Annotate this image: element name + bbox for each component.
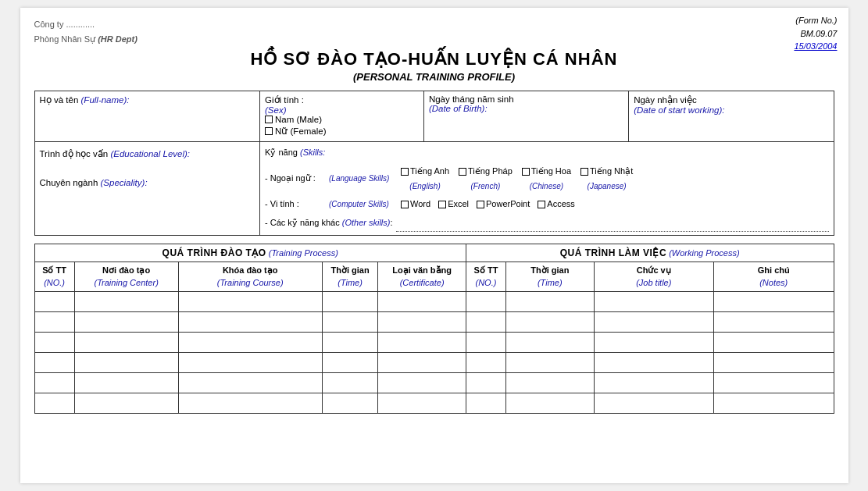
form-number-block: (Form No.) BM.09.07 15/03/2004 — [794, 14, 837, 53]
dob-cell: Ngày tháng năm sinh (Date of Birth): — [423, 91, 628, 142]
lang-japanese-cb[interactable] — [580, 168, 588, 176]
form-no-label: (Form No.) — [795, 16, 837, 25]
page: (Form No.) BM.09.07 15/03/2004 Công ty .… — [20, 8, 848, 483]
lang-options: Tiếng Anh (English) Tiếng Pháp ( — [401, 164, 633, 194]
header-center: HỒ SƠ ĐÀO TẠO-HUẤN LUYỆN CÁ NHÂN (PERSON… — [34, 49, 834, 83]
training-col-time: Thời gian (Time) — [322, 262, 378, 292]
sex-options: Nam (Male) — [265, 115, 419, 124]
lang-label-en: (Language Skills) — [329, 172, 399, 186]
other-skills-row: - Các kỹ năng khác (Other skills): — [265, 215, 828, 232]
company-block: Công ty ............ Phòng Nhân Sự (HR D… — [34, 17, 138, 46]
working-col-notes: Ghi chú (Notes) — [713, 262, 834, 292]
working-title: QUÁ TRÌNH LÀM VIỆC — [560, 247, 666, 258]
form-no-value: BM.09.07 — [800, 29, 837, 38]
training-title-en: (Training Process) — [269, 248, 338, 258]
edu-speciality-cell: Trình độ học vấn (Educational Level): Ch… — [34, 142, 260, 235]
training-col-center: Nơi đào tạo (Training Center) — [74, 262, 178, 292]
working-title-en: (Working Process) — [669, 248, 739, 258]
fullname-label: Họ và tên — [40, 95, 79, 105]
working-col-no: Số TT (NO.) — [466, 262, 505, 292]
other-label-en: (Other skills) — [342, 218, 391, 227]
working-col-title: Chức vụ (Job title) — [594, 262, 713, 292]
table-row — [34, 292, 834, 312]
sex-label-row: Giới tính : (Sex) — [265, 94, 419, 115]
sex-label-en: (Sex) — [265, 105, 286, 115]
start-date-cell: Ngày nhận việc (Date of start working): — [629, 91, 834, 142]
edu-label-row: Trình độ học vấn (Educational Level): — [40, 148, 255, 159]
computer-powerpoint: PowerPoint — [477, 197, 530, 212]
lang-english-cb[interactable] — [401, 168, 409, 176]
sex-female-option: Nữ (Female) — [265, 126, 327, 137]
lang-chinese-en: (Chinese) — [530, 180, 563, 194]
sub-title: (PERSONAL TRAINING PROFILE) — [34, 71, 834, 83]
company-label: Công ty ............ — [34, 17, 138, 32]
process-header-table: QUÁ TRÌNH ĐÀO TẠO (Training Process) QUÁ… — [34, 244, 834, 415]
speciality-label-row: Chuyên ngành (Speciality): — [40, 178, 255, 187]
other-label: - Các kỹ năng khác (Other skills): — [265, 215, 393, 231]
dept-label: Phòng Nhân Sự (HR Dept) — [34, 32, 138, 47]
skills-content: Kỹ năng (Skills: - Ngoại ngữ : (Language… — [265, 145, 828, 231]
computer-pp-cb[interactable] — [477, 201, 484, 208]
sex-cell: Giới tính : (Sex) Nam (Male) Nữ (Female) — [260, 91, 424, 142]
computer-excel: Excel — [438, 197, 469, 212]
computer-options: Word Excel PowerPoint — [401, 197, 575, 212]
working-section-header: QUÁ TRÌNH LÀM VIỆC (Working Process) — [466, 244, 834, 262]
dob-label: Ngày tháng năm sinh (Date of Birth): — [429, 94, 623, 113]
lang-japanese-block: Tiếng Nhật (Japanese) — [580, 164, 633, 194]
sex-female-checkbox[interactable] — [265, 127, 273, 135]
working-col-time: Thời gian (Time) — [506, 262, 595, 292]
computer-word-cb[interactable] — [401, 201, 409, 208]
form-date: 15/03/2004 — [794, 41, 837, 51]
training-section-header: QUÁ TRÌNH ĐÀO TẠO (Training Process) — [34, 244, 466, 262]
lang-french-cb[interactable] — [459, 168, 466, 176]
lang-english-name: Tiếng Anh — [410, 164, 449, 180]
computer-access: Access — [538, 197, 574, 212]
computer-label: - Vi tính : — [265, 197, 327, 212]
other-skills-dotted — [396, 215, 829, 232]
sex-female-row: Nữ (Female) — [265, 126, 419, 137]
start-date-label: Ngày nhận việc (Date of start working): — [634, 94, 828, 115]
lang-french-en: (French) — [471, 180, 501, 194]
sex-label: Giới tính : — [265, 95, 304, 105]
training-col-no: Số TT (NO.) — [34, 262, 74, 292]
computer-access-cb[interactable] — [538, 201, 545, 208]
computer-label-en: (Computer Skills) — [329, 197, 399, 212]
lang-french-name: Tiếng Pháp — [468, 164, 513, 180]
main-title: HỒ SƠ ĐÀO TẠO-HUẤN LUYỆN CÁ NHÂN — [34, 49, 834, 69]
table-row — [34, 312, 834, 333]
sex-male-label: Nam (Male) — [275, 115, 322, 124]
table-row — [34, 373, 834, 393]
training-title: QUÁ TRÌNH ĐÀO TẠO — [163, 247, 266, 258]
personal-info-table: Họ và tên (Full-name): Giới tính : (Sex)… — [34, 91, 834, 235]
table-row — [34, 333, 834, 353]
skills-cell: Kỹ năng (Skills: - Ngoại ngữ : (Language… — [260, 142, 834, 235]
fullname-label-en: (Full-name): — [81, 95, 130, 105]
lang-english-en: (English) — [409, 180, 440, 194]
fullname-cell: Họ và tên (Full-name): — [34, 91, 260, 142]
table-row — [34, 353, 834, 373]
lang-chinese-name: Tiếng Hoa — [531, 164, 571, 180]
lang-japanese-name: Tiếng Nhật — [590, 164, 633, 180]
lang-skills-row: - Ngoại ngữ : (Language Skills) Tiếng An… — [265, 164, 828, 194]
sex-male-checkbox[interactable] — [265, 116, 273, 123]
computer-excel-cb[interactable] — [438, 201, 446, 208]
computer-skills-row: - Vi tính : (Computer Skills) Word Excel — [265, 197, 828, 212]
sex-female-label: Nữ (Female) — [275, 126, 327, 137]
sex-male-option: Nam (Male) — [265, 115, 322, 124]
lang-english-block: Tiếng Anh (English) — [401, 164, 449, 194]
lang-chinese-cb[interactable] — [522, 168, 530, 176]
lang-japanese-en: (Japanese) — [588, 180, 627, 194]
skills-header: Kỹ năng (Skills: — [265, 145, 828, 161]
training-col-cert: Loại văn bằng (Certificate) — [378, 262, 466, 292]
training-col-course: Khóa đào tạo (Training Course) — [178, 262, 322, 292]
lang-french-block: Tiếng Pháp (French) — [459, 164, 513, 194]
table-row — [34, 393, 834, 414]
top-section: Công ty ............ Phòng Nhân Sự (HR D… — [34, 17, 834, 46]
lang-chinese-block: Tiếng Hoa (Chinese) — [522, 164, 571, 194]
computer-word: Word — [401, 197, 430, 212]
lang-label: - Ngoại ngữ : — [265, 171, 327, 187]
